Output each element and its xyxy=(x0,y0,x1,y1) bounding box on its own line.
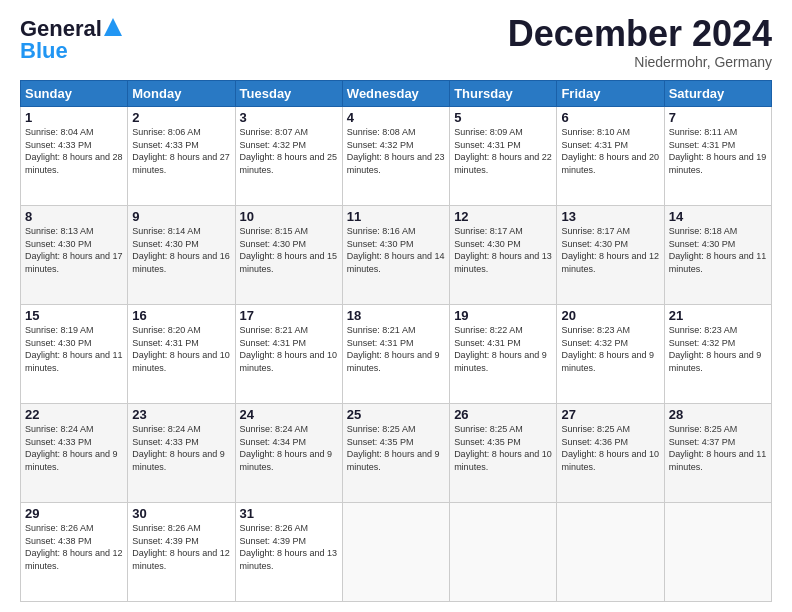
location: Niedermohr, Germany xyxy=(508,54,772,70)
day-cell: 3 Sunrise: 8:07 AMSunset: 4:32 PMDayligh… xyxy=(235,107,342,206)
header-sunday: Sunday xyxy=(21,81,128,107)
logo: General Blue xyxy=(20,16,122,64)
day-cell: 21 Sunrise: 8:23 AMSunset: 4:32 PMDaylig… xyxy=(664,305,771,404)
day-cell: 20 Sunrise: 8:23 AMSunset: 4:32 PMDaylig… xyxy=(557,305,664,404)
logo-triangle-icon xyxy=(104,18,122,36)
calendar-page: General Blue December 2024 Niedermohr, G… xyxy=(0,0,792,612)
day-cell: 23 Sunrise: 8:24 AMSunset: 4:33 PMDaylig… xyxy=(128,404,235,503)
table-row: 15 Sunrise: 8:19 AMSunset: 4:30 PMDaylig… xyxy=(21,305,772,404)
empty-cell xyxy=(664,503,771,602)
day-cell: 7 Sunrise: 8:11 AMSunset: 4:31 PMDayligh… xyxy=(664,107,771,206)
day-cell: 1 Sunrise: 8:04 AMSunset: 4:33 PMDayligh… xyxy=(21,107,128,206)
calendar-table: Sunday Monday Tuesday Wednesday Thursday… xyxy=(20,80,772,602)
day-cell: 27 Sunrise: 8:25 AMSunset: 4:36 PMDaylig… xyxy=(557,404,664,503)
day-cell: 24 Sunrise: 8:24 AMSunset: 4:34 PMDaylig… xyxy=(235,404,342,503)
day-cell: 15 Sunrise: 8:19 AMSunset: 4:30 PMDaylig… xyxy=(21,305,128,404)
header-tuesday: Tuesday xyxy=(235,81,342,107)
day-cell: 18 Sunrise: 8:21 AMSunset: 4:31 PMDaylig… xyxy=(342,305,449,404)
day-cell: 22 Sunrise: 8:24 AMSunset: 4:33 PMDaylig… xyxy=(21,404,128,503)
logo-blue: Blue xyxy=(20,38,68,64)
svg-marker-0 xyxy=(104,18,122,36)
header-wednesday: Wednesday xyxy=(342,81,449,107)
header: General Blue December 2024 Niedermohr, G… xyxy=(20,16,772,70)
header-thursday: Thursday xyxy=(450,81,557,107)
day-cell: 14 Sunrise: 8:18 AMSunset: 4:30 PMDaylig… xyxy=(664,206,771,305)
day-cell: 29 Sunrise: 8:26 AMSunset: 4:38 PMDaylig… xyxy=(21,503,128,602)
day-cell: 28 Sunrise: 8:25 AMSunset: 4:37 PMDaylig… xyxy=(664,404,771,503)
day-cell: 5 Sunrise: 8:09 AMSunset: 4:31 PMDayligh… xyxy=(450,107,557,206)
table-row: 1 Sunrise: 8:04 AMSunset: 4:33 PMDayligh… xyxy=(21,107,772,206)
header-monday: Monday xyxy=(128,81,235,107)
day-cell: 4 Sunrise: 8:08 AMSunset: 4:32 PMDayligh… xyxy=(342,107,449,206)
table-row: 8 Sunrise: 8:13 AMSunset: 4:30 PMDayligh… xyxy=(21,206,772,305)
table-row: 29 Sunrise: 8:26 AMSunset: 4:38 PMDaylig… xyxy=(21,503,772,602)
header-friday: Friday xyxy=(557,81,664,107)
table-row: 22 Sunrise: 8:24 AMSunset: 4:33 PMDaylig… xyxy=(21,404,772,503)
day-cell: 17 Sunrise: 8:21 AMSunset: 4:31 PMDaylig… xyxy=(235,305,342,404)
day-cell: 6 Sunrise: 8:10 AMSunset: 4:31 PMDayligh… xyxy=(557,107,664,206)
month-title: December 2024 xyxy=(508,16,772,52)
day-cell: 30 Sunrise: 8:26 AMSunset: 4:39 PMDaylig… xyxy=(128,503,235,602)
empty-cell xyxy=(450,503,557,602)
day-cell: 10 Sunrise: 8:15 AMSunset: 4:30 PMDaylig… xyxy=(235,206,342,305)
empty-cell xyxy=(342,503,449,602)
day-cell: 11 Sunrise: 8:16 AMSunset: 4:30 PMDaylig… xyxy=(342,206,449,305)
day-cell: 31 Sunrise: 8:26 AMSunset: 4:39 PMDaylig… xyxy=(235,503,342,602)
day-cell: 26 Sunrise: 8:25 AMSunset: 4:35 PMDaylig… xyxy=(450,404,557,503)
day-cell: 16 Sunrise: 8:20 AMSunset: 4:31 PMDaylig… xyxy=(128,305,235,404)
day-cell: 2 Sunrise: 8:06 AMSunset: 4:33 PMDayligh… xyxy=(128,107,235,206)
day-cell: 25 Sunrise: 8:25 AMSunset: 4:35 PMDaylig… xyxy=(342,404,449,503)
empty-cell xyxy=(557,503,664,602)
day-cell: 9 Sunrise: 8:14 AMSunset: 4:30 PMDayligh… xyxy=(128,206,235,305)
day-cell: 19 Sunrise: 8:22 AMSunset: 4:31 PMDaylig… xyxy=(450,305,557,404)
day-cell: 12 Sunrise: 8:17 AMSunset: 4:30 PMDaylig… xyxy=(450,206,557,305)
day-cell: 8 Sunrise: 8:13 AMSunset: 4:30 PMDayligh… xyxy=(21,206,128,305)
header-saturday: Saturday xyxy=(664,81,771,107)
day-cell: 13 Sunrise: 8:17 AMSunset: 4:30 PMDaylig… xyxy=(557,206,664,305)
title-area: December 2024 Niedermohr, Germany xyxy=(508,16,772,70)
